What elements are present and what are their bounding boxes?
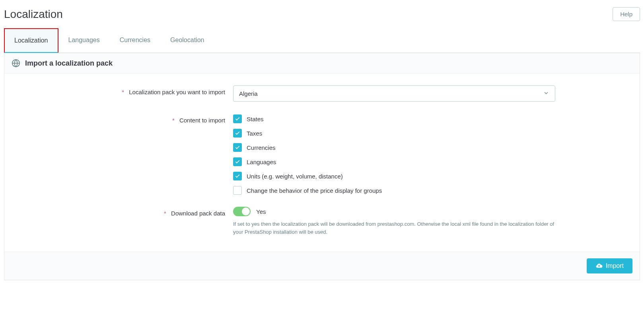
tabs-bar: Localization Languages Currencies Geoloc…: [4, 28, 640, 53]
globe-icon: [12, 59, 20, 68]
checkbox-box: [233, 114, 242, 123]
required-marker: *: [164, 210, 166, 217]
checkbox-states[interactable]: States: [233, 114, 555, 123]
page-title: Localization: [4, 8, 63, 21]
checkbox-price-display[interactable]: Change the behavior of the price display…: [233, 186, 555, 195]
checkbox-label: Change the behavior of the price display…: [247, 187, 382, 194]
checkbox-currencies[interactable]: Currencies: [233, 143, 555, 152]
checkbox-box: [233, 186, 242, 195]
checkbox-box: [233, 157, 242, 166]
import-button[interactable]: Import: [587, 258, 632, 273]
checkbox-box: [233, 143, 242, 152]
content-label-text: Content to import: [179, 117, 225, 124]
localization-pack-select[interactable]: Algeria: [233, 85, 555, 102]
checkbox-label: Currencies: [247, 144, 276, 151]
checkbox-box: [233, 172, 242, 180]
panel-footer: Import: [4, 252, 640, 280]
checkbox-label: States: [247, 116, 264, 122]
pack-label: * Localization pack you want to import: [12, 85, 233, 95]
checkbox-label: Units (e.g. weight, volume, distance): [247, 173, 343, 180]
tab-currencies[interactable]: Currencies: [110, 28, 160, 52]
help-button[interactable]: Help: [613, 7, 640, 21]
toggle-value-label: Yes: [256, 208, 266, 215]
toggle-knob: [242, 207, 250, 215]
required-marker: *: [122, 89, 124, 95]
import-button-label: Import: [606, 262, 624, 269]
chevron-down-icon: [543, 90, 549, 97]
download-label-text: Download pack data: [171, 210, 225, 217]
tab-localization[interactable]: Localization: [4, 28, 58, 53]
select-value: Algeria: [239, 90, 258, 97]
checkbox-label: Languages: [247, 159, 276, 165]
pack-label-text: Localization pack you want to import: [129, 89, 225, 95]
checkbox-box: [233, 129, 242, 138]
checkbox-languages[interactable]: Languages: [233, 157, 555, 166]
tab-languages[interactable]: Languages: [58, 28, 110, 52]
panel-title: Import a localization pack: [25, 59, 113, 68]
required-marker: *: [172, 117, 175, 124]
download-help-text: If set to yes then the localization pack…: [233, 220, 555, 236]
checkbox-taxes[interactable]: Taxes: [233, 129, 555, 138]
cloud-download-icon: [595, 262, 603, 269]
download-toggle[interactable]: [233, 207, 251, 216]
tab-geolocation[interactable]: Geolocation: [160, 28, 214, 52]
checkbox-units[interactable]: Units (e.g. weight, volume, distance): [233, 172, 555, 180]
content-checkbox-list: States Taxes Currencies: [233, 114, 555, 195]
panel-header: Import a localization pack: [4, 53, 640, 74]
content-label: * Content to import: [12, 114, 233, 124]
import-panel: Import a localization pack * Localizatio…: [4, 53, 640, 280]
checkbox-label: Taxes: [247, 130, 262, 137]
download-label: * Download pack data: [12, 207, 233, 217]
